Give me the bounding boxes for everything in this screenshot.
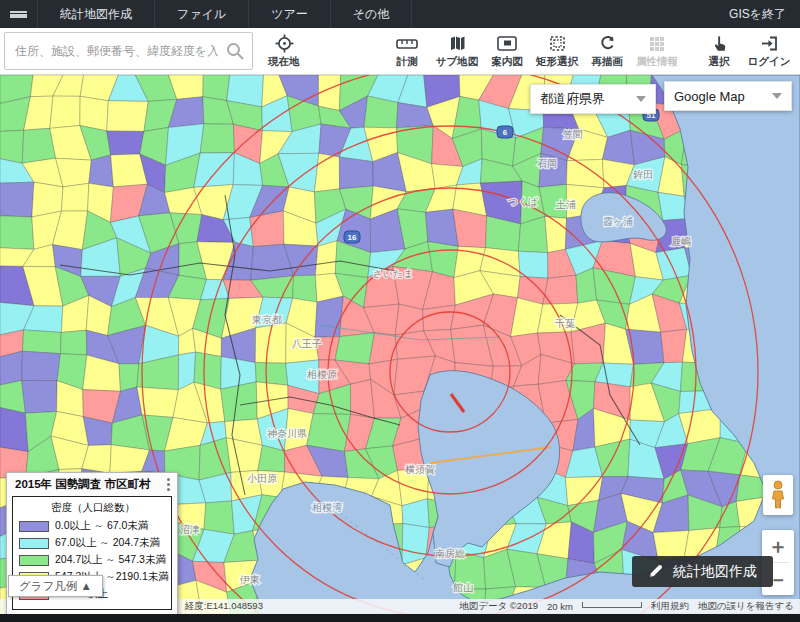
pegman-icon [770,480,786,510]
map-place-label: 鉾田 [633,169,653,180]
legend-swatch [19,555,49,566]
map-place-label: 小田原 [247,473,277,484]
graph-legend-toggle[interactable]: グラフ凡例 ▲ [8,575,103,597]
submap-icon [449,34,466,54]
measure-button[interactable]: 計測 [384,29,430,73]
toolbar-right-group: 計測 サブ地図 案内図 [382,29,794,73]
map-place-label: 東京都 [251,314,282,325]
hamburger-menu-icon[interactable] [0,0,38,28]
menu-spacer [412,0,715,28]
basemap-select[interactable]: Google Map [664,81,792,111]
select-button[interactable]: 選択 [696,29,742,73]
map-place-label: 笠間 [563,129,583,140]
svg-text:6: 6 [503,128,508,137]
menu-item-file[interactable]: ファイル [155,0,249,28]
legend-swatch [19,521,49,532]
scale-label: 20 km [547,601,573,612]
map-place-label: 鹿嶋 [671,236,691,247]
longitude-readout: 経度:E141.048593 [185,600,263,613]
legend-title: 2015年 国勢調査 市区町村 [15,477,163,492]
exit-gis-button[interactable]: GISを終了 [715,0,800,28]
legend-item: 0.0以上 ～ 67.0未満 [19,519,167,533]
toolbar: 現在地 計測 サブ地図 [0,28,800,75]
map-place-label: 館山 [453,582,473,593]
map-place-label: 霞ヶ浦 [603,216,633,227]
boundary-select-value: 都道府県界 [540,90,605,108]
svg-text:16: 16 [348,233,357,242]
legend-swatch [19,538,49,549]
search-box [4,32,253,70]
menu-item-other[interactable]: その他 [331,0,413,28]
chevron-down-icon [636,96,646,102]
basemap-select-value: Google Map [674,89,745,104]
map-place-label: つくば [508,196,539,207]
road-shield: 6 [497,126,513,138]
legend-item: 67.0以上 ～ 204.7未満 [19,536,167,550]
map-place-label: 横須賀 [405,464,435,475]
inset-map-icon [497,34,517,54]
crosshair-icon [275,34,294,54]
map-place-label: 相模湾 [311,502,342,513]
create-statmap-label: 統計地図作成 [673,563,757,581]
create-statmap-button[interactable]: 統計地図作成 [632,556,773,587]
map-canvas[interactable]: 51166笠間つくば土浦石岡鉾田鹿嶋霞ヶ浦さいたま東京都八王子相模原神奈川県千葉… [0,75,800,614]
map-place-label: 沼津 [180,524,200,535]
attribute-grid-icon [649,34,665,54]
menu-item-statmap[interactable]: 統計地図作成 [38,0,155,28]
map-place-label: 石岡 [537,158,557,169]
legend-menu-icon[interactable] [163,477,173,492]
inset-map-button[interactable]: 案内図 [484,29,530,73]
search-input[interactable] [4,32,253,70]
map-place-label: 八王子 [292,338,322,349]
rect-select-button[interactable]: 矩形選択 [534,29,580,73]
refresh-icon [599,34,616,54]
terms-link[interactable]: 利用規約 [651,600,689,613]
map-place-label: さいたま [373,268,414,279]
submap-button[interactable]: サブ地図 [434,29,480,73]
report-error-link[interactable]: 地図の誤りを報告する [698,600,794,613]
map-place-label: 南房総 [435,548,465,559]
menu-item-tour[interactable]: ツアー [249,0,331,28]
chevron-down-icon [772,93,782,99]
legend-subtitle: 密度（人口総数） [19,501,167,515]
legend-item: 204.7以上 ～ 547.3未満 [19,553,167,567]
rect-select-icon [549,34,566,54]
pegman-control[interactable] [763,475,793,515]
boundary-layer-select[interactable]: 都道府県界 [530,84,656,114]
login-button[interactable]: ログイン [746,29,792,73]
map-place-label: 土浦 [555,199,576,210]
road-shield: 16 [344,231,360,243]
map-place-label: 相模原 [306,369,337,380]
menu-bar: 統計地図作成 ファイル ツアー その他 GISを終了 [0,0,800,28]
map-place-label: 千葉 [554,318,575,329]
pencil-icon [648,564,663,579]
login-icon [760,34,778,54]
footer-bar [0,614,800,622]
redraw-button[interactable]: 再描画 [584,29,630,73]
attribute-info-button: 属性情報 [634,29,680,73]
scale-bar [582,602,642,608]
ruler-icon [396,34,418,54]
hand-select-icon [711,34,727,54]
map-place-label: 伊東 [239,574,260,585]
map-place-label: 神奈川県 [267,428,307,439]
search-icon[interactable] [225,41,245,61]
map-copyright: 地図データ ©2019 [459,600,538,613]
current-location-button[interactable]: 現在地 [261,29,307,73]
